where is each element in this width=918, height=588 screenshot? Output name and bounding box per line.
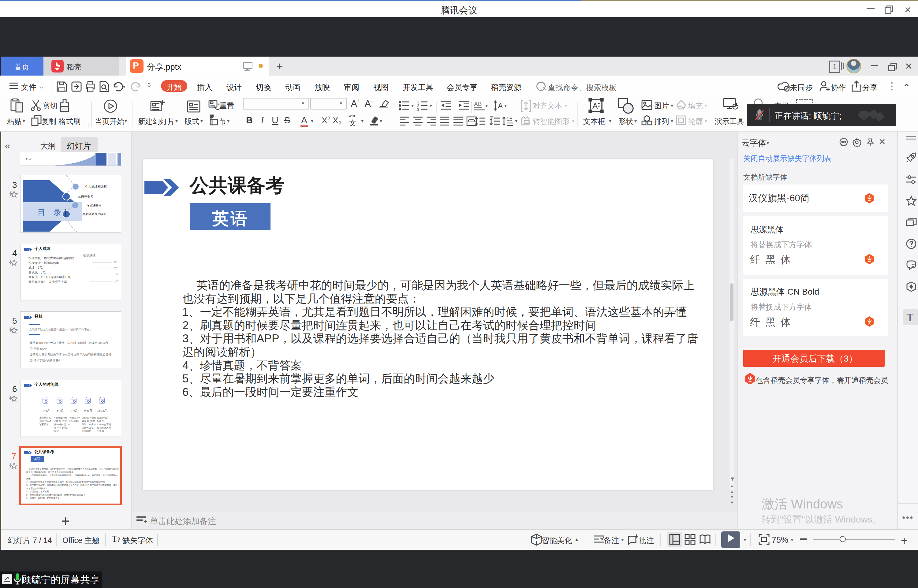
svg-text:AB: AB bbox=[474, 101, 482, 107]
svg-text:A: A bbox=[498, 102, 503, 110]
svg-text:A: A bbox=[592, 101, 598, 110]
svg-text:3: 3 bbox=[417, 107, 419, 111]
svg-text:1Ξ: 1Ξ bbox=[506, 116, 512, 121]
